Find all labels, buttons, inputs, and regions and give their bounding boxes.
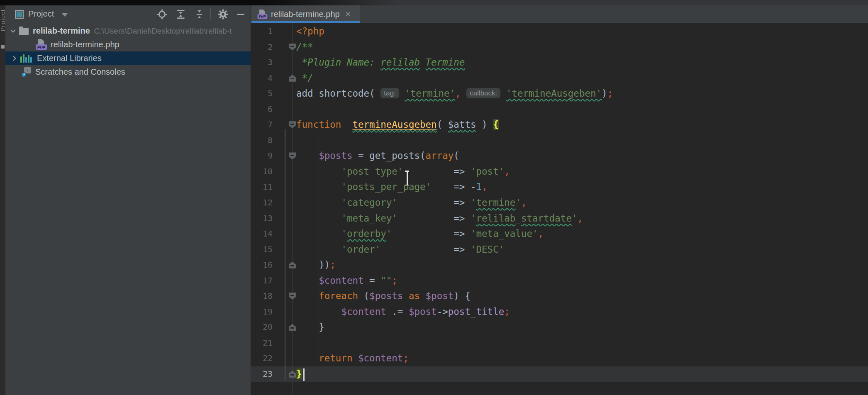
code-token: get_posts (369, 150, 420, 161)
code-token (420, 57, 426, 68)
tree-external-libraries-label: External Libraries (37, 54, 102, 63)
code-token: "" (380, 275, 392, 286)
project-panel-title: Project (28, 9, 54, 19)
code-token: 'termineAusgeben' (506, 88, 602, 99)
code-token: ( (420, 150, 426, 161)
line-number: 1 (251, 24, 273, 39)
code-editor[interactable]: 1234567891011121314151617181920212223 <?… (251, 23, 868, 395)
collapse-all-icon (194, 9, 205, 20)
fold-marker-icon[interactable] (289, 44, 296, 51)
tree-file-label: relilab-termine.php (51, 40, 119, 49)
line-number: 12 (251, 195, 273, 211)
code-token (296, 181, 341, 192)
scratches-icon: › (21, 67, 31, 77)
text-caret (303, 368, 305, 381)
fold-marker-icon[interactable] (289, 293, 296, 300)
expand-all-button[interactable] (174, 8, 187, 20)
code-token: => (454, 228, 471, 239)
line-number: 18 (251, 288, 273, 304)
line-number: 14 (251, 226, 273, 242)
code-token: 'posts_per_page' (341, 181, 431, 192)
chevron-down-icon[interactable] (62, 13, 68, 17)
fold-marker-icon[interactable] (289, 121, 296, 128)
code-token: 'meta_value' (471, 228, 538, 239)
code-token (380, 244, 454, 255)
hide-panel-button[interactable] (234, 8, 247, 20)
tree-item-external-libraries[interactable]: External Libraries (5, 51, 251, 65)
clock-icon (21, 72, 26, 77)
code-token: /** (296, 41, 313, 52)
line-number: 8 (251, 133, 273, 149)
code-token (397, 213, 454, 224)
code-token: $content (319, 275, 363, 286)
code-token (386, 306, 392, 317)
code-token: ) (602, 88, 607, 99)
code-token: 'category' (341, 197, 397, 208)
code-token (296, 306, 341, 317)
code-token: ( (369, 88, 380, 99)
chevron-down-icon[interactable] (10, 27, 16, 33)
code-token: termineAusgeben (352, 119, 436, 130)
tree-item-project-root[interactable]: relilab-termine C:\Users\Daniel\Desktop\… (5, 24, 251, 38)
code-token: { (465, 290, 471, 301)
editor-tab[interactable]: PHP relilab-termine.php × (251, 5, 360, 23)
tree-root-label: relilab-termine (33, 26, 90, 36)
code-token (399, 88, 405, 99)
code-token (296, 166, 341, 177)
stripe-tool-icon[interactable] (1, 45, 5, 49)
code-line: /** (296, 39, 868, 55)
php-badge: PHP (258, 14, 268, 19)
code-line: 'category' => 'termine', (296, 195, 868, 211)
target-icon (156, 9, 168, 20)
fold-marker-icon[interactable] (289, 324, 296, 331)
code-token (296, 290, 319, 301)
code-line: 'meta_key' => 'relilab_startdate', (296, 211, 868, 227)
code-token: return (319, 353, 352, 363)
code-token: ' (471, 213, 476, 224)
code-token: as (409, 290, 420, 301)
tree-root-path: C:\Users\Daniel\Desktop\relilab\relilab-… (94, 27, 232, 36)
file-page-glyph (38, 39, 44, 44)
code-line: )); (296, 257, 868, 273)
code-token: ( (437, 119, 448, 130)
code-token: array (426, 150, 454, 161)
line-number: 20 (251, 319, 273, 335)
tree-item-scratches[interactable]: › Scratches and Consoles (5, 65, 251, 79)
fold-marker-icon[interactable] (289, 261, 296, 268)
close-icon[interactable]: × (345, 10, 351, 18)
code-token: $post (426, 290, 454, 301)
project-tree: relilab-termine C:\Users\Daniel\Desktop\… (5, 24, 251, 79)
code-token: $post (409, 306, 437, 317)
tree-item-php-file[interactable]: PHP relilab-termine.php (5, 38, 251, 51)
chevron-right-icon[interactable] (11, 56, 16, 61)
fold-marker-icon[interactable] (289, 75, 296, 82)
code-line: <?php (296, 24, 868, 39)
code-line (296, 133, 868, 149)
libraries-icon (20, 54, 32, 63)
code-token: ' (386, 228, 392, 239)
code-token: ' (572, 213, 578, 224)
code-token: orderby (347, 228, 386, 239)
code-token: => (454, 197, 471, 208)
settings-button[interactable] (217, 8, 229, 20)
code-line: } (296, 366, 868, 382)
code-token: => (454, 166, 471, 177)
line-number: 5 (251, 86, 273, 102)
ide-window: Project Project (0, 0, 868, 395)
code-token: - (471, 181, 476, 192)
code-token: 1 (476, 181, 482, 192)
code-line: $posts = get_posts(array( (296, 148, 868, 164)
code-token: ; (330, 259, 336, 270)
tab-title: relilab-termine.php (271, 10, 340, 19)
code-token: = (352, 150, 369, 161)
code-token: => (454, 244, 471, 255)
line-number: 22 (251, 351, 273, 366)
code-token: $posts (319, 150, 352, 161)
line-number: 17 (251, 273, 273, 289)
collapse-all-button[interactable] (193, 8, 205, 20)
fold-marker-icon[interactable] (289, 152, 296, 159)
select-opened-file-button[interactable] (156, 8, 168, 20)
code-token (296, 244, 341, 255)
code-line: function termineAusgeben( $atts ) { (296, 117, 868, 133)
line-number: 2 (251, 39, 273, 55)
